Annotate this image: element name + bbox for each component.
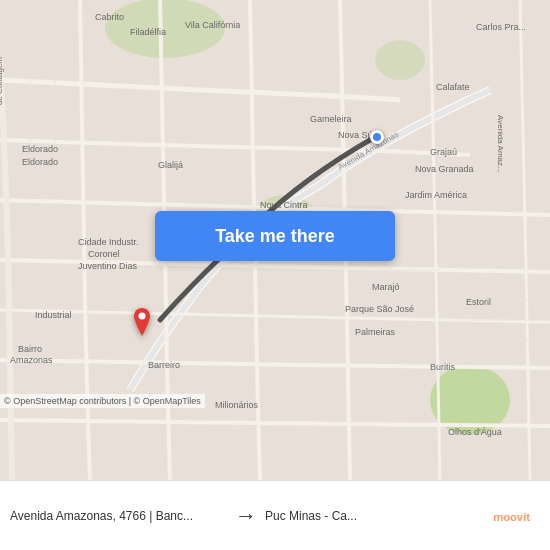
take-me-there-button[interactable]: Take me there [155,211,395,261]
svg-point-4 [375,40,425,80]
bottom-bar: Avenida Amazonas, 4766 | Banc... → Puc M… [0,480,550,550]
svg-text:Avenida Amaz...: Avenida Amaz... [496,115,505,173]
moovit-logo: moovit [482,501,540,531]
svg-text:Marajó: Marajó [372,282,400,292]
route-from: Avenida Amazonas, 4766 | Banc... [10,509,227,523]
svg-text:Filadélfia: Filadélfia [130,27,166,37]
svg-text:Amazonas: Amazonas [10,355,53,365]
from-name: Avenida Amazonas, 4766 | Banc... [10,509,227,523]
svg-text:Calafate: Calafate [436,82,470,92]
svg-text:Vila Califórnia: Vila Califórnia [185,20,240,30]
svg-text:moovit: moovit [493,511,530,523]
svg-text:Juventino Dias: Juventino Dias [78,261,138,271]
route-to: Puc Minas - Ca... [265,509,482,523]
start-marker [370,130,384,144]
svg-text:Industrial: Industrial [35,310,72,320]
osm-credit: © OpenStreetMap contributors | © OpenMap… [0,394,205,408]
end-marker [130,308,154,344]
svg-text:Palmeiras: Palmeiras [355,327,396,337]
svg-text:Jardim América: Jardim América [405,190,467,200]
svg-text:Grajaú: Grajaú [430,147,457,157]
svg-point-37 [139,313,146,320]
svg-text:Glalijá: Glalijá [158,160,183,170]
svg-text:Barreiro: Barreiro [148,360,180,370]
svg-text:Milionários: Milionários [215,400,259,410]
svg-text:Estoril: Estoril [466,297,491,307]
svg-text:Nova Granada: Nova Granada [415,164,474,174]
svg-text:de Contagem: de Contagem [0,57,4,105]
svg-text:Gameleira: Gameleira [310,114,352,124]
svg-text:Cidade Industr.: Cidade Industr. [78,237,139,247]
to-name: Puc Minas - Ca... [265,509,482,523]
svg-text:Eldorado: Eldorado [22,157,58,167]
svg-text:Coronel: Coronel [88,249,120,259]
map-container: Cabrito Filadélfia Vila Califórnia Carlo… [0,0,550,480]
svg-text:Nova Cintra: Nova Cintra [260,200,308,210]
svg-text:Eldorado: Eldorado [22,144,58,154]
svg-text:Bairro: Bairro [18,344,42,354]
svg-text:Buritis: Buritis [430,362,456,372]
svg-text:Carlos Pra...: Carlos Pra... [476,22,526,32]
svg-text:Parque São José: Parque São José [345,304,414,314]
route-arrow: → [227,503,265,529]
svg-text:Olhos d'Água: Olhos d'Água [448,427,502,437]
svg-text:Cabrito: Cabrito [95,12,124,22]
